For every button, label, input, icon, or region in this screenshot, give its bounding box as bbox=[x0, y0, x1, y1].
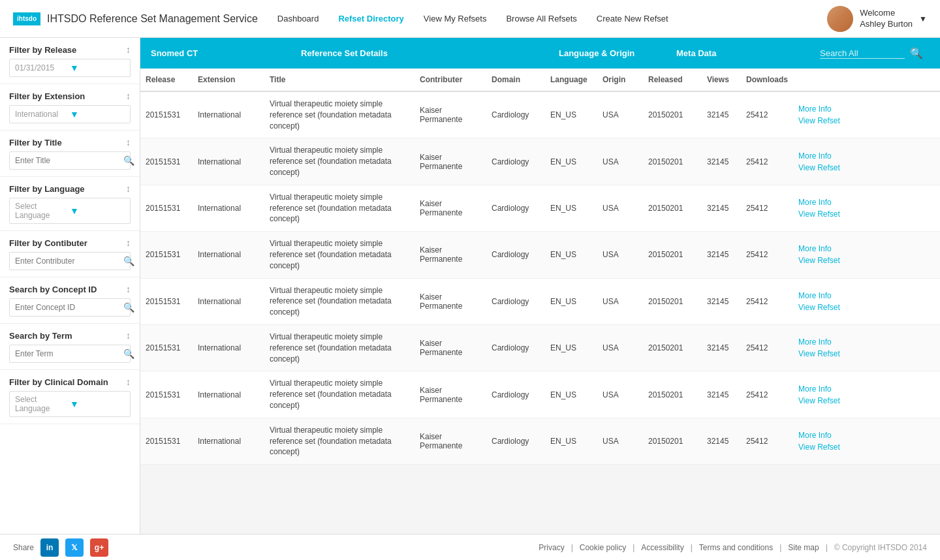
nav-view-my-refsets[interactable]: View My Refsets bbox=[424, 14, 487, 23]
col-header-domain: Domain bbox=[486, 69, 545, 91]
filter-clinical-domain-dropdown[interactable]: Select Language ▼ bbox=[9, 391, 131, 417]
share-label: Share bbox=[13, 543, 34, 552]
cell-downloads-4: 25412 bbox=[741, 290, 793, 313]
cell-origin-0: USA bbox=[597, 104, 643, 126]
more-info-link-7[interactable]: More Info bbox=[798, 431, 935, 440]
nav-browse-all-refsets[interactable]: Browse All Refsets bbox=[506, 14, 576, 23]
footer-link-terms[interactable]: Terms and conditions bbox=[699, 543, 773, 552]
cell-views-0: 32145 bbox=[702, 104, 741, 126]
view-refset-link-1[interactable]: View Refset bbox=[798, 163, 935, 172]
cell-domain-1: Cardiology bbox=[486, 151, 545, 173]
social-twitter-button[interactable]: 𝕏 bbox=[65, 538, 84, 557]
search-icon[interactable]: 🔍 bbox=[118, 299, 140, 316]
cell-release-7: 20151531 bbox=[140, 430, 193, 452]
sidebar: Filter by Release ↕ 01/31/2015 ▼ Filter … bbox=[0, 38, 140, 534]
cell-views-6: 32145 bbox=[702, 384, 741, 406]
footer-link-sitemap[interactable]: Site map bbox=[788, 543, 819, 552]
search-concept-input[interactable] bbox=[10, 300, 118, 315]
cell-title-0: Virtual therapeutic moiety simple refere… bbox=[264, 92, 415, 138]
social-linkedin-button[interactable]: in bbox=[40, 538, 59, 557]
sort-icon-language[interactable]: ↕ bbox=[126, 183, 131, 194]
cell-domain-4: Cardiology bbox=[486, 290, 545, 313]
view-refset-link-2[interactable]: View Refset bbox=[798, 210, 935, 219]
filter-label-concept: Search by Concept ID ↕ bbox=[9, 284, 131, 294]
cell-language-2: EN_US bbox=[545, 197, 597, 219]
cell-domain-3: Cardiology bbox=[486, 243, 545, 266]
cell-actions-4: More Info View Refset bbox=[793, 285, 940, 319]
more-info-link-1[interactable]: More Info bbox=[798, 151, 935, 161]
cell-contributer-3: Kaiser Permanente bbox=[415, 239, 486, 270]
sort-icon-term[interactable]: ↕ bbox=[126, 330, 131, 341]
footer-link-cookie[interactable]: Cookie policy bbox=[580, 543, 626, 552]
view-refset-link-5[interactable]: View Refset bbox=[798, 349, 935, 358]
cell-actions-5: More Info View Refset bbox=[793, 331, 940, 365]
more-info-link-5[interactable]: More Info bbox=[798, 337, 935, 347]
view-refset-link-4[interactable]: View Refset bbox=[798, 303, 935, 312]
footer-right: Privacy | Cookie policy | Accessibility … bbox=[539, 543, 927, 552]
filter-extension-dropdown[interactable]: International ▼ bbox=[9, 105, 131, 123]
cell-language-3: EN_US bbox=[545, 243, 597, 266]
footer-divider: | bbox=[691, 543, 693, 552]
nav-create-new-refset[interactable]: Create New Refset bbox=[597, 14, 668, 23]
filter-section-term: Search by Term ↕ 🔍 bbox=[0, 324, 140, 370]
sort-icon-contributer[interactable]: ↕ bbox=[126, 238, 131, 248]
col-header-contributer: Contributer bbox=[415, 69, 486, 91]
search-term-input[interactable] bbox=[10, 346, 118, 362]
nav-refset-directory[interactable]: Refset Directory bbox=[338, 14, 403, 23]
cell-extension-3: International bbox=[193, 243, 264, 266]
filter-section-release: Filter by Release ↕ 01/31/2015 ▼ bbox=[0, 38, 140, 84]
more-info-link-3[interactable]: More Info bbox=[798, 244, 935, 253]
cell-views-1: 32145 bbox=[702, 151, 741, 173]
table-row: 20151531 International Virtual therapeut… bbox=[140, 279, 940, 325]
sort-icon-extension[interactable]: ↕ bbox=[126, 91, 131, 101]
view-refset-link-0[interactable]: View Refset bbox=[798, 116, 935, 125]
chevron-down-icon: ▼ bbox=[70, 206, 125, 216]
filter-section-extension: Filter by Extension ↕ International ▼ bbox=[0, 84, 140, 131]
sort-icon-title[interactable]: ↕ bbox=[126, 137, 131, 148]
filter-release-dropdown[interactable]: 01/31/2015 ▼ bbox=[9, 59, 131, 77]
cell-language-7: EN_US bbox=[545, 430, 597, 452]
footer-link-accessibility[interactable]: Accessibility bbox=[641, 543, 683, 552]
more-info-link-4[interactable]: More Info bbox=[798, 291, 935, 300]
cell-language-5: EN_US bbox=[545, 337, 597, 359]
search-all-icon[interactable]: 🔍 bbox=[910, 47, 923, 59]
filter-section-concept: Search by Concept ID ↕ 🔍 bbox=[0, 277, 140, 324]
more-info-link-0[interactable]: More Info bbox=[798, 104, 935, 114]
user-dropdown-arrow[interactable]: ▼ bbox=[919, 14, 927, 23]
cell-origin-6: USA bbox=[597, 384, 643, 406]
app-title: IHTSDO Reference Set Management Service bbox=[47, 13, 258, 25]
view-refset-link-7[interactable]: View Refset bbox=[798, 443, 935, 452]
cell-title-4: Virtual therapeutic moiety simple refere… bbox=[264, 279, 415, 324]
more-info-link-2[interactable]: More Info bbox=[798, 198, 935, 207]
filter-contributer-input[interactable] bbox=[10, 253, 118, 269]
filter-language-dropdown[interactable]: Select Language ▼ bbox=[9, 198, 131, 224]
more-info-link-6[interactable]: More Info bbox=[798, 384, 935, 394]
view-refset-link-3[interactable]: View Refset bbox=[798, 256, 935, 265]
filter-contributer-input-wrapper: 🔍 bbox=[9, 252, 131, 270]
social-googleplus-button[interactable]: g+ bbox=[90, 538, 108, 557]
th-snomed: Snomed CT bbox=[140, 39, 290, 67]
sort-icon-concept[interactable]: ↕ bbox=[126, 284, 131, 294]
cell-contributer-6: Kaiser Permanente bbox=[415, 379, 486, 411]
cell-title-3: Virtual therapeutic moiety simple refere… bbox=[264, 232, 415, 277]
search-icon[interactable]: 🔍 bbox=[118, 253, 140, 270]
view-refset-link-6[interactable]: View Refset bbox=[798, 396, 935, 405]
cell-downloads-0: 25412 bbox=[741, 104, 793, 126]
cell-extension-2: International bbox=[193, 197, 264, 219]
search-icon[interactable]: 🔍 bbox=[118, 345, 140, 362]
nav-dashboard[interactable]: Dashboard bbox=[277, 14, 319, 23]
sort-icon-clinical-domain[interactable]: ↕ bbox=[126, 377, 131, 387]
cell-released-2: 20150201 bbox=[643, 197, 702, 219]
filter-title-input[interactable] bbox=[10, 153, 118, 168]
cell-origin-1: USA bbox=[597, 151, 643, 173]
footer-copyright: © Copyright IHTSDO 2014 bbox=[834, 543, 927, 552]
filter-label-term: Search by Term ↕ bbox=[9, 330, 131, 341]
table-row: 20151531 International Virtual therapeut… bbox=[140, 185, 940, 232]
avatar bbox=[827, 6, 853, 32]
footer-link-privacy[interactable]: Privacy bbox=[539, 543, 564, 552]
action-links-7: More Info View Refset bbox=[798, 431, 935, 452]
search-all-input[interactable] bbox=[820, 48, 905, 59]
sort-icon-release[interactable]: ↕ bbox=[126, 44, 131, 55]
search-icon[interactable]: 🔍 bbox=[118, 152, 140, 169]
cell-released-7: 20150201 bbox=[643, 430, 702, 452]
